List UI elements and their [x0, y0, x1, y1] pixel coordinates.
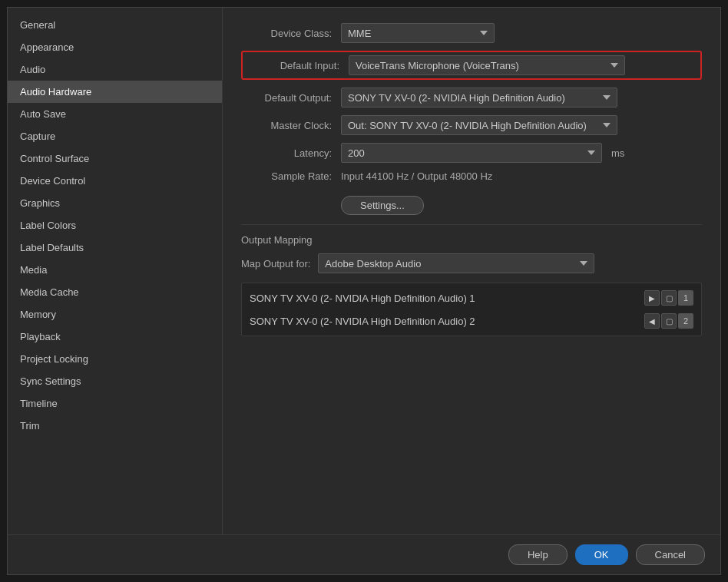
- output-square-btn-1[interactable]: ▢: [661, 290, 677, 306]
- map-output-row: Map Output for: Adobe Desktop Audio: [241, 253, 702, 273]
- sidebar-item-general[interactable]: General: [8, 14, 222, 36]
- dialog-body: GeneralAppearanceAudioAudio HardwareAuto…: [8, 8, 720, 534]
- cancel-button[interactable]: Cancel: [636, 544, 705, 565]
- sidebar-item-label-defaults[interactable]: Label Defaults: [8, 236, 222, 259]
- output-list: SONY TV XV-0 (2- NVIDIA High Definition …: [241, 283, 702, 336]
- output-controls-2: ◀▢2: [644, 313, 693, 329]
- default-output-label: Default Output:: [241, 92, 341, 104]
- sidebar-item-media-cache[interactable]: Media Cache: [8, 281, 222, 303]
- sidebar-item-project-locking[interactable]: Project Locking: [8, 348, 222, 370]
- main-content: Device Class: MME Default Input: VoiceTr…: [223, 8, 720, 534]
- output-list-item-1: SONY TV XV-0 (2- NVIDIA High Definition …: [242, 286, 701, 309]
- latency-control: 200 ms: [341, 143, 702, 163]
- sidebar-item-control-surface[interactable]: Control Surface: [8, 147, 222, 170]
- dialog-footer: Help OK Cancel: [8, 534, 720, 574]
- map-output-select[interactable]: Adobe Desktop Audio: [318, 253, 594, 273]
- latency-label: Latency:: [241, 147, 341, 159]
- sidebar-item-audio-hardware[interactable]: Audio Hardware: [8, 81, 222, 103]
- sample-rate-row: Sample Rate: Input 44100 Hz / Output 480…: [241, 170, 702, 182]
- latency-row: Latency: 200 ms: [241, 143, 702, 163]
- device-class-row: Device Class: MME: [241, 23, 702, 43]
- sidebar-item-playback[interactable]: Playback: [8, 326, 222, 348]
- sidebar-item-capture[interactable]: Capture: [8, 125, 222, 147]
- sidebar-item-label-colors[interactable]: Label Colors: [8, 214, 222, 236]
- output-item-label-2: SONY TV XV-0 (2- NVIDIA High Definition …: [250, 316, 475, 327]
- default-input-control: VoiceTrans Microphone (VoiceTrans): [349, 55, 694, 75]
- sidebar-item-graphics[interactable]: Graphics: [8, 192, 222, 214]
- output-mapping-section: Output Mapping Map Output for: Adobe Des…: [241, 234, 702, 336]
- latency-select[interactable]: 200: [341, 143, 602, 163]
- output-mapping-title: Output Mapping: [241, 234, 702, 246]
- output-num-2: 2: [678, 313, 693, 329]
- sidebar-item-trim[interactable]: Trim: [8, 415, 222, 437]
- sidebar-item-audio[interactable]: Audio: [8, 58, 222, 81]
- sample-rate-label: Sample Rate:: [241, 170, 341, 182]
- sidebar-item-appearance[interactable]: Appearance: [8, 36, 222, 58]
- sidebar-item-sync-settings[interactable]: Sync Settings: [8, 370, 222, 392]
- default-output-select[interactable]: SONY TV XV-0 (2- NVIDIA High Definition …: [341, 88, 617, 107]
- master-clock-label: Master Clock:: [241, 120, 341, 131]
- sidebar-item-memory[interactable]: Memory: [8, 303, 222, 326]
- default-output-control: SONY TV XV-0 (2- NVIDIA High Definition …: [341, 88, 702, 107]
- sidebar-item-device-control[interactable]: Device Control: [8, 170, 222, 192]
- preferences-dialog: GeneralAppearanceAudioAudio HardwareAuto…: [7, 7, 721, 575]
- device-class-select[interactable]: MME: [341, 23, 495, 43]
- settings-btn-row: Settings...: [241, 190, 702, 215]
- output-item-label-1: SONY TV XV-0 (2- NVIDIA High Definition …: [250, 293, 475, 304]
- master-clock-row: Master Clock: Out: SONY TV XV-0 (2- NVID…: [241, 115, 702, 135]
- default-input-select[interactable]: VoiceTrans Microphone (VoiceTrans): [349, 55, 625, 75]
- default-input-row: Default Input: VoiceTrans Microphone (Vo…: [241, 51, 702, 80]
- map-output-label: Map Output for:: [241, 258, 310, 270]
- master-clock-control: Out: SONY TV XV-0 (2- NVIDIA High Defini…: [341, 115, 702, 135]
- default-output-row: Default Output: SONY TV XV-0 (2- NVIDIA …: [241, 88, 702, 107]
- sidebar: GeneralAppearanceAudioAudio HardwareAuto…: [8, 8, 223, 534]
- master-clock-select[interactable]: Out: SONY TV XV-0 (2- NVIDIA High Defini…: [341, 115, 617, 135]
- output-left-btn-2[interactable]: ◀: [644, 313, 660, 329]
- sidebar-item-auto-save[interactable]: Auto Save: [8, 103, 222, 125]
- sample-rate-value: Input 44100 Hz / Output 48000 Hz: [341, 170, 492, 182]
- output-square-btn-2[interactable]: ▢: [661, 313, 677, 329]
- ok-button[interactable]: OK: [575, 544, 628, 565]
- output-right-btn-1[interactable]: ▶: [644, 290, 660, 306]
- divider: [241, 224, 702, 225]
- sample-rate-control: Input 44100 Hz / Output 48000 Hz: [341, 170, 702, 182]
- settings-button[interactable]: Settings...: [341, 196, 424, 215]
- device-class-label: Device Class:: [241, 28, 341, 39]
- help-button[interactable]: Help: [508, 544, 568, 565]
- output-num-1: 1: [678, 290, 693, 306]
- output-list-item-2: SONY TV XV-0 (2- NVIDIA High Definition …: [242, 309, 701, 332]
- latency-unit: ms: [611, 147, 624, 159]
- default-input-label: Default Input:: [249, 60, 349, 71]
- sidebar-item-timeline[interactable]: Timeline: [8, 392, 222, 415]
- device-class-control: MME: [341, 23, 702, 43]
- sidebar-item-media[interactable]: Media: [8, 259, 222, 281]
- output-controls-1: ▶▢1: [644, 290, 693, 306]
